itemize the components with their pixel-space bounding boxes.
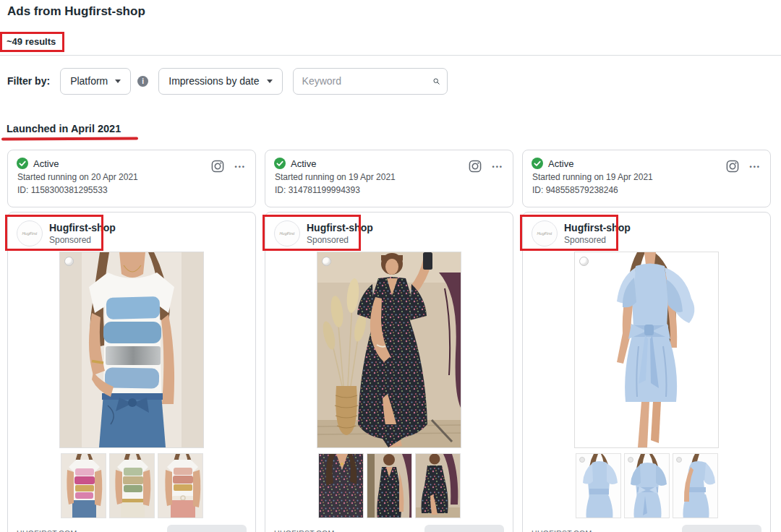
instagram-icon[interactable] xyxy=(211,160,224,173)
more-options-button[interactable]: ••• xyxy=(750,162,761,171)
status-label: Active xyxy=(291,158,316,169)
ad-thumbnail[interactable] xyxy=(673,453,718,518)
photo-corner-dot xyxy=(579,257,589,266)
filter-bar: Filter by: Platform i Impressions by dat… xyxy=(7,67,448,95)
ad-card-body: HugFirst Hugfirst-shop Sponsored xyxy=(522,212,771,532)
photo-corner-dot xyxy=(322,257,331,266)
ad-thumbnail[interactable] xyxy=(576,453,621,518)
ad-thumbnail[interactable] xyxy=(109,453,155,518)
sponsored-label: Sponsored xyxy=(564,235,631,245)
header-icons: ••• xyxy=(469,160,503,173)
ad-thumbnail[interactable] xyxy=(158,453,203,518)
more-options-button[interactable]: ••• xyxy=(235,162,246,171)
ads-grid: Active Started running on 20 Apr 2021 ID… xyxy=(7,150,771,532)
ad-card: Active Started running on 20 Apr 2021 ID… xyxy=(7,150,256,532)
ad-creative-image[interactable] xyxy=(59,252,204,448)
status-label: Active xyxy=(548,158,573,169)
advertiser-row: HugFirst Hugfirst-shop Sponsored xyxy=(265,218,513,250)
advertiser-avatar[interactable]: HugFirst xyxy=(274,220,300,246)
start-date: Started running on 19 Apr 2021 xyxy=(532,172,761,182)
ad-card: Active Started running on 19 Apr 2021 ID… xyxy=(265,150,513,532)
header-icons: ••• xyxy=(211,160,246,173)
ad-library-page: Ads from Hugfirst-shop ~49 results Filte… xyxy=(0,0,781,532)
ad-card-header: Active Started running on 19 Apr 2021 ID… xyxy=(265,150,513,207)
advertiser-avatar[interactable]: HugFirst xyxy=(17,220,43,246)
keyword-input[interactable] xyxy=(302,75,433,87)
ad-thumbnail[interactable] xyxy=(61,453,106,518)
ad-creative-image[interactable] xyxy=(574,252,719,448)
ad-thumbnails xyxy=(318,453,461,518)
advertiser-avatar[interactable]: HugFirst xyxy=(532,220,558,246)
advertiser-names: Hugfirst-shop Sponsored xyxy=(307,222,373,244)
ad-id: ID: 314781199994393 xyxy=(274,185,504,195)
results-count: ~49 results xyxy=(0,32,64,52)
ad-thumbnail[interactable] xyxy=(318,453,364,518)
cta-button[interactable] xyxy=(167,525,247,532)
ad-domain: HUGFIRST.COM xyxy=(17,525,77,532)
floral-dress-photo-illustration xyxy=(317,252,461,447)
ad-thumbnail[interactable] xyxy=(624,453,670,518)
sponsored-label: Sponsored xyxy=(49,235,116,245)
search-icon[interactable] xyxy=(433,75,440,87)
cta-button[interactable] xyxy=(682,525,761,532)
info-icon[interactable]: i xyxy=(137,76,148,87)
instagram-icon[interactable] xyxy=(469,160,482,173)
tee-photo-illustration xyxy=(60,252,203,447)
ad-card: Active Started running on 19 Apr 2021 ID… xyxy=(522,150,771,532)
ad-id: ID: 1158300381295533 xyxy=(17,185,247,195)
ad-card-footer: HUGFIRST.COM xyxy=(265,525,513,532)
advertiser-names: Hugfirst-shop Sponsored xyxy=(49,222,116,244)
ad-domain: HUGFIRST.COM xyxy=(274,525,335,532)
start-date: Started running on 20 Apr 2021 xyxy=(17,172,247,182)
advertiser-row: HugFirst Hugfirst-shop Sponsored xyxy=(8,218,255,250)
annotation-underline xyxy=(1,137,138,140)
section-heading: Launched in April 2021 xyxy=(7,123,121,134)
sponsored-label: Sponsored xyxy=(307,235,373,245)
ad-card-body: HugFirst Hugfirst-shop Sponsored xyxy=(265,212,513,532)
header-icons: ••• xyxy=(726,160,761,173)
keyword-search-box xyxy=(293,68,448,95)
ad-thumbnails xyxy=(576,453,718,518)
advertiser-name[interactable]: Hugfirst-shop xyxy=(564,222,631,233)
active-check-icon xyxy=(532,158,543,169)
ad-thumbnail[interactable] xyxy=(367,453,412,518)
more-options-button[interactable]: ••• xyxy=(492,162,503,171)
impressions-dropdown-label: Impressions by date xyxy=(168,75,259,87)
platform-dropdown-label: Platform xyxy=(70,75,108,87)
chevron-down-icon xyxy=(267,80,273,83)
status-label: Active xyxy=(33,158,59,169)
ad-creative-image[interactable] xyxy=(317,252,461,448)
advertiser-name[interactable]: Hugfirst-shop xyxy=(307,222,373,233)
cta-button[interactable] xyxy=(424,525,504,532)
ad-thumbnail[interactable] xyxy=(415,453,461,518)
start-date: Started running on 19 Apr 2021 xyxy=(274,172,504,182)
impressions-by-date-dropdown[interactable]: Impressions by date xyxy=(158,68,282,95)
blue-dress-photo-illustration xyxy=(575,252,718,447)
instagram-icon[interactable] xyxy=(726,160,739,173)
divider xyxy=(0,55,781,56)
ad-card-body: HugFirst Hugfirst-shop Sponsored xyxy=(7,212,256,532)
chevron-down-icon xyxy=(115,80,121,83)
ad-thumbnails xyxy=(61,453,203,518)
ad-card-footer: HUGFIRST.COM xyxy=(8,525,255,532)
active-check-icon xyxy=(274,158,286,169)
ad-card-footer: HUGFIRST.COM xyxy=(523,525,770,532)
photo-corner-dot xyxy=(64,257,74,266)
ad-domain: HUGFIRST.COM xyxy=(532,525,592,532)
filter-by-label: Filter by: xyxy=(7,75,50,87)
ad-card-header: Active Started running on 19 Apr 2021 ID… xyxy=(522,150,771,207)
ad-id: ID: 948558579238246 xyxy=(532,185,761,195)
platform-dropdown[interactable]: Platform xyxy=(60,68,131,95)
page-title: Ads from Hugfirst-shop xyxy=(7,4,145,19)
advertiser-name[interactable]: Hugfirst-shop xyxy=(49,222,116,233)
advertiser-names: Hugfirst-shop Sponsored xyxy=(564,222,631,244)
ad-card-header: Active Started running on 20 Apr 2021 ID… xyxy=(7,150,256,207)
advertiser-row: HugFirst Hugfirst-shop Sponsored xyxy=(523,218,770,250)
active-check-icon xyxy=(17,158,28,169)
